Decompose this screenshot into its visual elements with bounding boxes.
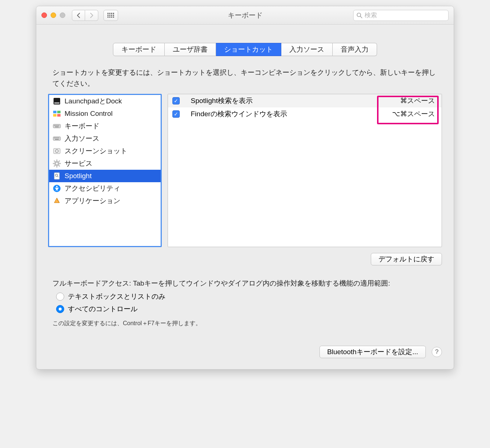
gear-icon bbox=[53, 159, 61, 168]
forward-button[interactable] bbox=[85, 10, 98, 21]
sidebar-item-accessibility[interactable]: アクセシビリティ bbox=[49, 182, 161, 195]
svg-rect-16 bbox=[54, 137, 55, 138]
svg-rect-19 bbox=[57, 137, 58, 138]
sidebar-item-label: スクリーンショット bbox=[65, 146, 127, 156]
sidebar-item-label: Mission Control bbox=[65, 110, 113, 118]
svg-rect-13 bbox=[58, 125, 59, 126]
sidebar-item-services[interactable]: サービス bbox=[49, 157, 161, 170]
svg-rect-4 bbox=[53, 111, 56, 113]
svg-rect-6 bbox=[53, 114, 56, 117]
shortcut-label: Spotlight検索を表示 bbox=[191, 96, 400, 106]
svg-rect-34 bbox=[54, 173, 59, 179]
shortcut-label: Finderの検索ウインドウを表示 bbox=[191, 109, 392, 119]
shortcut-row[interactable]: ✓ Spotlight検索を表示 ⌘スペース bbox=[168, 94, 442, 107]
category-sidebar[interactable]: LaunchpadとDock Mission Control キーボード 入力ソ… bbox=[48, 94, 162, 247]
launchpad-icon bbox=[53, 97, 61, 105]
svg-rect-11 bbox=[56, 125, 57, 126]
search-input[interactable] bbox=[365, 12, 445, 19]
show-all-button[interactable] bbox=[103, 10, 118, 21]
svg-rect-22 bbox=[54, 148, 60, 154]
sidebar-item-launchpad[interactable]: LaunchpadとDock bbox=[49, 95, 161, 107]
sidebar-item-input-sources[interactable]: 入力ソース bbox=[49, 132, 161, 145]
accessibility-icon bbox=[53, 184, 61, 192]
back-button[interactable] bbox=[72, 10, 85, 21]
input-source-icon bbox=[53, 135, 61, 143]
svg-point-38 bbox=[56, 186, 58, 187]
sidebar-item-label: 入力ソース bbox=[65, 134, 99, 143]
svg-line-32 bbox=[54, 165, 55, 166]
titlebar: キーボード bbox=[36, 6, 454, 25]
spotlight-icon bbox=[53, 172, 61, 180]
svg-rect-20 bbox=[58, 137, 59, 138]
footer: Bluetoothキーボードを設定... ? bbox=[48, 346, 442, 358]
grid-icon bbox=[107, 13, 114, 18]
radio-button[interactable] bbox=[56, 305, 64, 313]
svg-rect-3 bbox=[54, 102, 59, 104]
tab-input-sources[interactable]: 入力ソース bbox=[281, 43, 333, 56]
content-area: キーボード ユーザ辞書 ショートカット 入力ソース 音声入力 ショートカットを変… bbox=[36, 25, 454, 369]
tab-bar: キーボード ユーザ辞書 ショートカット 入力ソース 音声入力 bbox=[47, 43, 443, 56]
sidebar-item-keyboard[interactable]: キーボード bbox=[49, 120, 161, 132]
chevron-right-icon bbox=[89, 13, 94, 18]
radio-all-controls[interactable]: すべてのコントロール bbox=[56, 304, 443, 314]
preferences-window: キーボード キーボード ユーザ辞書 ショートカット 入力ソース 音声入力 ショー… bbox=[36, 6, 454, 370]
svg-rect-7 bbox=[57, 114, 61, 117]
sidebar-item-spotlight[interactable]: Spotlight bbox=[49, 170, 161, 182]
radio-label: テキストボックスとリストのみ bbox=[68, 292, 165, 301]
chevron-left-icon bbox=[76, 13, 81, 18]
panels: LaunchpadとDock Mission Control キーボード 入力ソ… bbox=[48, 94, 442, 247]
nav-buttons bbox=[72, 10, 98, 21]
minimize-button[interactable] bbox=[51, 12, 56, 18]
help-button[interactable]: ? bbox=[432, 347, 442, 357]
svg-rect-9 bbox=[54, 125, 55, 126]
sidebar-item-label: アクセシビリティ bbox=[65, 184, 120, 193]
checkbox[interactable]: ✓ bbox=[172, 110, 180, 118]
zoom-button[interactable] bbox=[60, 12, 65, 18]
shortcut-keys[interactable]: ⌥⌘スペース bbox=[392, 109, 435, 119]
radio-text-boxes-only[interactable]: テキストボックスとリストのみ bbox=[56, 292, 443, 301]
svg-line-1 bbox=[361, 16, 362, 18]
tab-keyboard[interactable]: キーボード bbox=[113, 43, 165, 56]
svg-rect-12 bbox=[57, 125, 58, 126]
instruction-text: ショートカットを変更するには、ショートカットを選択し、キーコンビネーションをクリ… bbox=[52, 67, 438, 89]
svg-rect-17 bbox=[55, 137, 56, 138]
tab-dictation[interactable]: 音声入力 bbox=[333, 43, 377, 56]
sidebar-item-app-shortcuts[interactable]: アプリケーション bbox=[49, 195, 161, 207]
svg-rect-18 bbox=[56, 137, 57, 138]
checkbox[interactable]: ✓ bbox=[172, 97, 180, 104]
mission-control-icon bbox=[53, 110, 61, 118]
radio-label: すべてのコントロール bbox=[68, 304, 138, 314]
shortcut-row[interactable]: ✓ Finderの検索ウインドウを表示 ⌥⌘スペース bbox=[168, 107, 442, 121]
sidebar-item-screenshots[interactable]: スクリーンショット bbox=[49, 145, 161, 157]
sidebar-item-label: サービス bbox=[65, 159, 92, 168]
svg-rect-21 bbox=[55, 139, 59, 140]
svg-rect-15 bbox=[53, 137, 61, 140]
sidebar-item-mission-control[interactable]: Mission Control bbox=[49, 107, 161, 120]
restore-defaults-button[interactable]: デフォルトに戻す bbox=[371, 253, 442, 265]
svg-rect-10 bbox=[55, 125, 56, 126]
shortcut-keys[interactable]: ⌘スペース bbox=[400, 96, 435, 106]
keyboard-icon bbox=[53, 122, 61, 130]
window-controls bbox=[41, 12, 65, 18]
search-field[interactable] bbox=[353, 10, 449, 21]
svg-point-25 bbox=[56, 162, 58, 164]
svg-line-31 bbox=[59, 165, 60, 166]
svg-line-30 bbox=[54, 161, 55, 162]
fka-hint: この設定を変更するには、Control＋F7キーを押します。 bbox=[52, 320, 438, 327]
svg-rect-5 bbox=[57, 111, 61, 113]
bluetooth-keyboard-button[interactable]: Bluetoothキーボードを設定... bbox=[319, 346, 426, 358]
sidebar-item-label: アプリケーション bbox=[65, 196, 120, 206]
screenshot-icon bbox=[53, 147, 61, 155]
sidebar-item-label: Spotlight bbox=[65, 172, 92, 180]
close-button[interactable] bbox=[41, 12, 47, 18]
search-icon bbox=[356, 12, 362, 18]
svg-line-33 bbox=[59, 161, 60, 162]
svg-rect-14 bbox=[55, 126, 59, 127]
tab-user-dict[interactable]: ユーザ辞書 bbox=[165, 43, 216, 56]
window-title: キーボード bbox=[228, 11, 263, 20]
svg-rect-8 bbox=[53, 124, 61, 128]
radio-button[interactable] bbox=[56, 293, 64, 301]
tab-shortcuts[interactable]: ショートカット bbox=[216, 43, 281, 56]
fka-radios: テキストボックスとリストのみ すべてのコントロール bbox=[56, 292, 443, 314]
app-icon bbox=[53, 197, 61, 205]
